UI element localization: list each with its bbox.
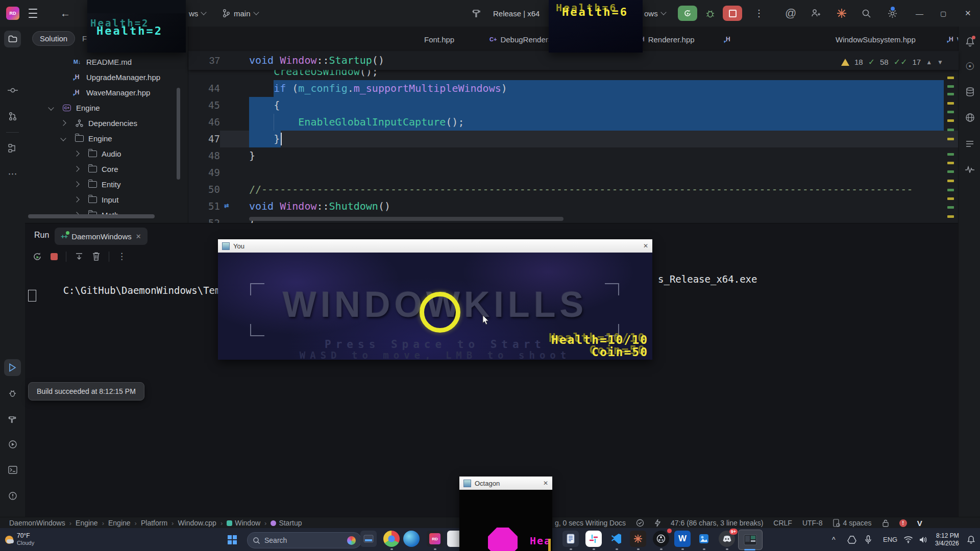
stripe-ok-mark[interactable] bbox=[947, 111, 954, 113]
rider-logo[interactable]: RD bbox=[6, 0, 19, 27]
game-window-you[interactable]: You ✕ WINDOWKILLS Press Space to Start W… bbox=[218, 239, 652, 360]
breadcrumb-item[interactable]: Platform bbox=[141, 519, 167, 527]
start-button[interactable] bbox=[228, 528, 237, 551]
minimize-button[interactable]: — bbox=[916, 0, 923, 27]
stripe-warning-mark[interactable] bbox=[947, 197, 954, 200]
taskbar-app-obs[interactable] bbox=[653, 531, 669, 547]
tool-pull-requests-icon[interactable] bbox=[4, 108, 21, 124]
tree-item-entity[interactable]: Entity bbox=[25, 177, 188, 192]
run-config-dropdown[interactable]: ows bbox=[644, 0, 666, 27]
tool-build-icon[interactable] bbox=[4, 410, 21, 427]
you-titlebar[interactable]: You ✕ bbox=[218, 239, 652, 253]
taskbar-app-photos[interactable] bbox=[696, 531, 712, 547]
stripe-warning-mark[interactable] bbox=[947, 180, 954, 182]
tray-wifi-icon[interactable] bbox=[903, 528, 913, 551]
tool-structure-icon[interactable] bbox=[4, 140, 21, 157]
tool-profiler-icon[interactable] bbox=[4, 436, 21, 453]
tool-solution-icon[interactable] bbox=[4, 31, 21, 47]
game-window-health2[interactable]: Health=2 Health=2 bbox=[87, 0, 186, 53]
profiler-pulse-icon[interactable] bbox=[964, 163, 976, 176]
clear-trash-icon[interactable] bbox=[92, 252, 101, 261]
tree-chevron-icon[interactable] bbox=[60, 120, 66, 126]
readonly-lock-icon[interactable] bbox=[882, 519, 889, 527]
stripe-ok-mark[interactable] bbox=[947, 170, 954, 173]
settings-gear-icon[interactable] bbox=[887, 0, 898, 27]
plugin-starburst-icon[interactable] bbox=[836, 0, 847, 27]
console-more-kebab-icon[interactable]: ⋮ bbox=[117, 251, 126, 262]
build-config-label[interactable]: Release | x64 bbox=[493, 0, 540, 27]
taskbar-search[interactable]: Search bbox=[247, 532, 361, 548]
tray-clock[interactable]: 8:12 PM3/4/2026 bbox=[935, 528, 959, 551]
game-window-octagon[interactable]: Octagon ✕ Hea e o bbox=[459, 477, 552, 551]
scroll-to-end-icon[interactable] bbox=[75, 252, 84, 261]
tree-item-audio[interactable]: Audio bbox=[25, 146, 188, 161]
stripe-ok-mark[interactable] bbox=[947, 93, 954, 95]
close-button[interactable]: ✕ bbox=[965, 0, 971, 27]
taskbar-app-rider[interactable]: RD bbox=[427, 531, 443, 547]
recursive-call-gutter-icon[interactable]: ⇄ bbox=[224, 201, 228, 210]
tree-item-core[interactable]: Core bbox=[25, 161, 188, 177]
next-problem-icon[interactable]: ▼ bbox=[937, 59, 943, 66]
taskbar-app-starburst[interactable] bbox=[630, 531, 646, 547]
tree-chevron-icon[interactable] bbox=[74, 166, 79, 171]
vim-mode-icon[interactable]: V bbox=[917, 519, 922, 528]
breadcrumb-item[interactable]: Engine bbox=[76, 519, 98, 527]
stripe-ok-mark[interactable] bbox=[947, 206, 954, 209]
tray-expand-icon[interactable]: ^ bbox=[832, 528, 836, 551]
stripe-ok-mark[interactable] bbox=[947, 189, 954, 191]
editor-tab-partial[interactable]: H bbox=[726, 31, 730, 48]
run-config-tab[interactable]: ++ DaemonWindows ✕ bbox=[55, 228, 148, 245]
inspection-widget[interactable]: 18 ✓58 ✓✓17 ▲ ▼ bbox=[841, 57, 943, 67]
tray-drive-icon[interactable] bbox=[847, 528, 856, 551]
tool-commit-icon[interactable] bbox=[4, 82, 21, 98]
tray-volume-icon[interactable] bbox=[919, 528, 928, 551]
branch-dropdown[interactable]: main bbox=[223, 0, 258, 27]
solution-vertical-scrollbar[interactable] bbox=[177, 88, 180, 180]
code-area[interactable]: CreateOSWindow();44 if (m_config.m_suppo… bbox=[188, 51, 959, 223]
game-window-health6[interactable]: Health=6 Health=6 bbox=[549, 0, 643, 53]
tree-chevron-icon[interactable] bbox=[48, 105, 54, 110]
stop-icon[interactable] bbox=[51, 253, 58, 260]
rerun-button[interactable] bbox=[678, 6, 697, 21]
run-more-kebab-icon[interactable]: ⋮ bbox=[754, 0, 764, 27]
stripe-warning-mark[interactable] bbox=[947, 119, 954, 122]
tool-more-icon[interactable]: ⋯ bbox=[4, 165, 21, 182]
stripe-warning-mark[interactable] bbox=[947, 77, 954, 79]
tool-problems-icon[interactable] bbox=[4, 487, 21, 504]
tree-chevron-icon[interactable] bbox=[74, 151, 79, 156]
you-close-icon[interactable]: ✕ bbox=[643, 242, 648, 249]
editor-tab-Renderer.hpp[interactable]: HRenderer.hpp bbox=[640, 31, 695, 48]
editor-tab-Font.hpp[interactable]: Font.hpp bbox=[424, 31, 454, 48]
prev-problem-icon[interactable]: ▲ bbox=[926, 59, 932, 66]
database-icon[interactable] bbox=[964, 86, 976, 98]
tree-item-dependencies[interactable]: Dependencies bbox=[25, 115, 188, 131]
stripe-warning-mark[interactable] bbox=[947, 162, 954, 164]
taskbar-app-vscode[interactable] bbox=[608, 531, 625, 547]
weather-widget[interactable]: 70°FCloudy bbox=[5, 528, 34, 551]
breadcrumb[interactable]: DaemonWindows›Engine›Engine›Platform›Win… bbox=[9, 517, 302, 529]
stripe-warning-mark[interactable] bbox=[947, 102, 954, 105]
taskbar-app-word[interactable]: W bbox=[674, 531, 691, 547]
tool-run-icon[interactable] bbox=[4, 359, 21, 376]
taskbar-app-notepad[interactable] bbox=[562, 531, 579, 547]
error-indicator[interactable]: ! bbox=[899, 519, 907, 527]
ai-assistant-icon[interactable]: ☉ bbox=[964, 60, 976, 72]
tree-item-engine[interactable]: C+Engine bbox=[25, 100, 188, 115]
stripe-warning-mark[interactable] bbox=[947, 215, 954, 218]
maximize-button[interactable]: ▢ bbox=[940, 0, 946, 27]
tray-language[interactable]: ENG bbox=[883, 528, 897, 551]
highlighting-level-icon[interactable] bbox=[654, 519, 660, 527]
build-hammer-icon[interactable] bbox=[472, 0, 482, 27]
tree-chevron-icon[interactable] bbox=[74, 196, 79, 202]
taskbar-app-discord[interactable]: 9+ bbox=[719, 531, 735, 547]
run-tab-close-icon[interactable]: ✕ bbox=[136, 233, 141, 240]
tray-notifications-icon[interactable] bbox=[967, 528, 975, 551]
editor-horizontal-scrollbar[interactable] bbox=[249, 217, 564, 221]
tree-chevron-icon[interactable] bbox=[74, 181, 79, 187]
stripe-ok-mark[interactable] bbox=[947, 129, 954, 131]
stripe-ok-mark[interactable] bbox=[947, 85, 954, 88]
gradle-layers-icon[interactable] bbox=[964, 138, 976, 150]
taskbar-app-edge[interactable] bbox=[403, 531, 420, 547]
tool-terminal-icon[interactable] bbox=[4, 461, 21, 478]
octagon-titlebar[interactable]: Octagon ✕ bbox=[459, 477, 552, 490]
